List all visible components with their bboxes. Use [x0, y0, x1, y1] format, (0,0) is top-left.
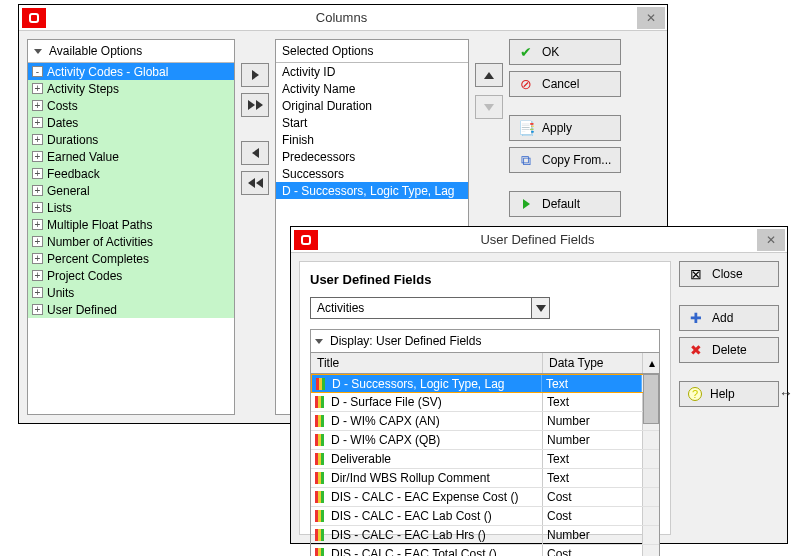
available-item[interactable]: +Dates	[28, 114, 234, 131]
available-item[interactable]: +Feedback	[28, 165, 234, 182]
expand-icon[interactable]: +	[32, 270, 43, 281]
help-button[interactable]: ?Help	[679, 381, 779, 407]
available-item[interactable]: -Activity Codes - Global	[28, 63, 234, 80]
close-icon[interactable]: ✕	[757, 229, 785, 251]
scrollbar-track	[643, 431, 659, 449]
cancel-icon: ⊘	[518, 76, 534, 92]
available-item[interactable]: +Durations	[28, 131, 234, 148]
move-all-left-button[interactable]	[241, 171, 269, 195]
expand-icon[interactable]: -	[32, 66, 43, 77]
expand-icon[interactable]: +	[32, 168, 43, 179]
item-label: Percent Completes	[47, 252, 149, 266]
item-label: Project Codes	[47, 269, 122, 283]
selected-item[interactable]: Activity ID	[276, 63, 468, 80]
expand-icon[interactable]: +	[32, 304, 43, 315]
table-body[interactable]: D - Successors, Logic Type, LagTextD - S…	[311, 374, 659, 556]
item-label: General	[47, 184, 90, 198]
table-row[interactable]: DIS - CALC - EAC Lab Hrs ()Number	[311, 526, 659, 545]
expand-icon[interactable]: +	[32, 134, 43, 145]
table-row[interactable]: Dir/Ind WBS Rollup CommentText	[311, 469, 659, 488]
apply-button[interactable]: 📑Apply	[509, 115, 621, 141]
col-datatype[interactable]: Data Type	[543, 353, 643, 373]
row-icon	[315, 396, 327, 408]
move-left-button[interactable]	[241, 141, 269, 165]
add-button[interactable]: ✚Add	[679, 305, 779, 331]
selected-item[interactable]: Start	[276, 114, 468, 131]
resize-handle-icon[interactable]: ↔	[779, 385, 793, 401]
col-title[interactable]: Title	[311, 353, 543, 373]
udf-table: Title Data Type ▴ D - Successors, Logic …	[310, 352, 660, 556]
scrollbar-thumb[interactable]	[643, 374, 659, 424]
available-item[interactable]: +Number of Activities	[28, 233, 234, 250]
row-title: D - Surface File (SV)	[331, 395, 442, 409]
selected-item[interactable]: Successors	[276, 165, 468, 182]
row-type: Cost	[543, 488, 643, 506]
table-row[interactable]: DIS - CALC - EAC Total Cost ()Cost	[311, 545, 659, 556]
item-label: Dates	[47, 116, 78, 130]
available-options-header[interactable]: Available Options	[28, 40, 234, 63]
move-down-button[interactable]	[475, 95, 503, 119]
selected-item[interactable]: Predecessors	[276, 148, 468, 165]
move-right-button[interactable]	[241, 63, 269, 87]
available-item[interactable]: +Costs	[28, 97, 234, 114]
copy-from-button[interactable]: ⧉Copy From...	[509, 147, 621, 173]
expand-icon[interactable]: +	[32, 185, 43, 196]
available-item[interactable]: +Multiple Float Paths	[28, 216, 234, 233]
available-options-panel: Available Options -Activity Codes - Glob…	[27, 39, 235, 415]
available-item[interactable]: +Project Codes	[28, 267, 234, 284]
available-item[interactable]: +User Defined	[28, 301, 234, 318]
close-icon[interactable]: ✕	[637, 7, 665, 29]
item-label: Units	[47, 286, 74, 300]
available-item[interactable]: +Earned Value	[28, 148, 234, 165]
expand-icon[interactable]: +	[32, 151, 43, 162]
table-row[interactable]: D - WI% CAPX (QB)Number	[311, 431, 659, 450]
row-icon	[315, 453, 327, 465]
columns-title: Columns	[46, 10, 637, 25]
selected-item[interactable]: Finish	[276, 131, 468, 148]
delete-button[interactable]: ✖Delete	[679, 337, 779, 363]
available-item[interactable]: +Units	[28, 284, 234, 301]
chevron-down-icon	[34, 49, 42, 54]
table-row[interactable]: D - Surface File (SV)Text	[311, 393, 659, 412]
table-row[interactable]: D - WI% CAPX (AN)Number	[311, 412, 659, 431]
available-item[interactable]: +Activity Steps	[28, 80, 234, 97]
row-title: D - Successors, Logic Type, Lag	[332, 377, 505, 391]
expand-icon[interactable]: +	[32, 253, 43, 264]
columns-titlebar: Columns ✕	[19, 5, 667, 31]
selected-item[interactable]: Activity Name	[276, 80, 468, 97]
category-combo[interactable]: Activities	[310, 297, 550, 319]
row-title: Dir/Ind WBS Rollup Comment	[331, 471, 490, 485]
expand-icon[interactable]: +	[32, 219, 43, 230]
expand-icon[interactable]: +	[32, 83, 43, 94]
apply-icon: 📑	[518, 120, 534, 136]
move-up-button[interactable]	[475, 63, 503, 87]
item-label: Multiple Float Paths	[47, 218, 152, 232]
table-row[interactable]: D - Successors, Logic Type, LagText	[311, 374, 659, 393]
table-row[interactable]: DIS - CALC - EAC Expense Cost ()Cost	[311, 488, 659, 507]
table-row[interactable]: DIS - CALC - EAC Lab Cost ()Cost	[311, 507, 659, 526]
dropdown-icon[interactable]	[531, 298, 549, 318]
chevron-down-icon	[315, 339, 323, 344]
row-icon	[315, 415, 327, 427]
available-item[interactable]: +General	[28, 182, 234, 199]
expand-icon[interactable]: +	[32, 202, 43, 213]
row-type: Cost	[543, 545, 643, 556]
move-all-right-button[interactable]	[241, 93, 269, 117]
expand-icon[interactable]: +	[32, 100, 43, 111]
display-header[interactable]: Display: User Defined Fields	[310, 329, 660, 352]
close-button[interactable]: ⊠Close	[679, 261, 779, 287]
available-item[interactable]: +Percent Completes	[28, 250, 234, 267]
ok-button[interactable]: ✔OK	[509, 39, 621, 65]
selected-item[interactable]: D - Successors, Logic Type, Lag	[276, 182, 468, 199]
expand-icon[interactable]: +	[32, 287, 43, 298]
table-row[interactable]: DeliverableText	[311, 450, 659, 469]
scroll-up-icon[interactable]: ▴	[643, 353, 659, 373]
default-button[interactable]: Default	[509, 191, 621, 217]
expand-icon[interactable]: +	[32, 236, 43, 247]
expand-icon[interactable]: +	[32, 117, 43, 128]
move-buttons	[241, 39, 269, 415]
available-item[interactable]: +Lists	[28, 199, 234, 216]
cancel-button[interactable]: ⊘Cancel	[509, 71, 621, 97]
selected-item[interactable]: Original Duration	[276, 97, 468, 114]
available-list[interactable]: -Activity Codes - Global+Activity Steps+…	[28, 63, 234, 413]
